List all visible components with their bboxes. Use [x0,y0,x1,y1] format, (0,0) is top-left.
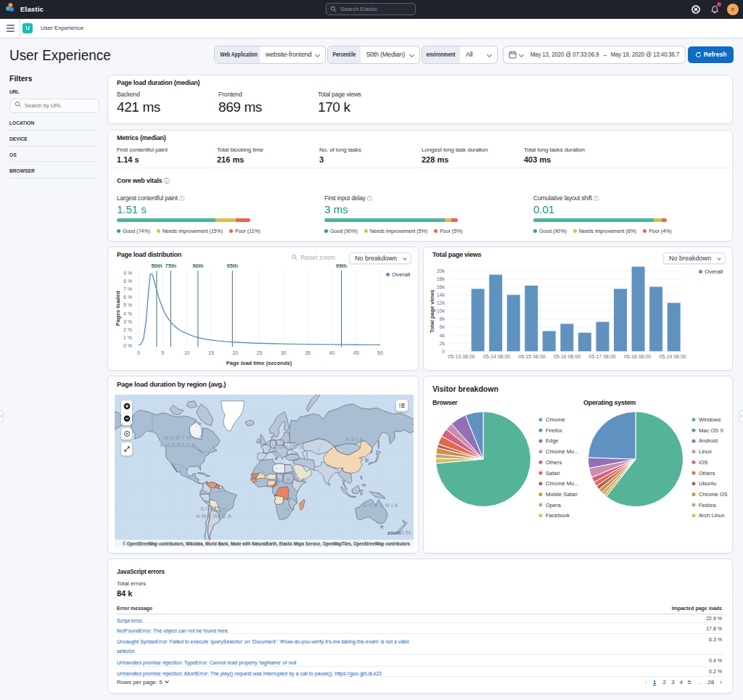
svg-text:16k: 16k [437,284,446,289]
svg-text:05-14 08:00: 05-14 08:00 [483,354,510,359]
svg-text:OCEANIA: OCEANIA [363,502,400,508]
svg-text:AMERICA: AMERICA [160,442,197,448]
svg-text:18k: 18k [437,276,446,281]
svg-text:5: 5 [161,350,164,355]
svg-text:4 %: 4 % [123,311,132,316]
svg-text:20: 20 [232,350,238,355]
svg-text:Facebook: Facebook [546,512,570,519]
svg-text:Windows: Windows [699,416,721,423]
svg-text:45: 45 [353,350,359,355]
svg-text:Chrome Mo...: Chrome Mo... [546,480,578,487]
svg-text:05-15 08:00: 05-15 08:00 [518,354,545,359]
svg-text:95th: 95th [227,263,239,269]
svg-text:30: 30 [281,350,287,355]
svg-text:SOUTH: SOUTH [200,506,228,512]
svg-text:iOS: iOS [699,459,708,466]
svg-text:05-18 08:00: 05-18 08:00 [624,354,651,359]
svg-text:Chrome: Chrome [546,416,565,423]
svg-text:40: 40 [329,350,335,355]
svg-text:99th: 99th [336,263,348,269]
svg-text:05-17 08:00: 05-17 08:00 [588,354,615,359]
svg-text:AFRICA: AFRICA [276,477,306,483]
svg-text:Ubuntu: Ubuntu [699,480,716,487]
svg-text:Edge: Edge [546,437,559,444]
svg-text:35: 35 [305,350,311,355]
svg-text:25: 25 [257,350,263,355]
svg-text:0.55: 0.55 [401,530,411,535]
svg-text:10k: 10k [437,308,446,313]
svg-text:0: 0 [137,350,140,355]
svg-text:Android: Android [699,437,718,444]
svg-text:Others: Others [546,459,562,466]
svg-text:Firefox: Firefox [546,427,562,434]
svg-text:NORTH: NORTH [164,435,192,441]
svg-text:6 %: 6 % [123,295,132,300]
svg-text:3 %: 3 % [123,319,132,324]
svg-text:0: 0 [442,349,445,354]
svg-text:Total page views: Total page views [429,289,435,332]
svg-text:Chrome OS: Chrome OS [699,491,728,498]
svg-text:6k: 6k [440,324,446,329]
svg-text:© OpenStreetMap contributors,: © OpenStreetMap contributors, Wikidata, … [123,541,410,547]
svg-text:Fedora: Fedora [699,502,717,508]
svg-text:10: 10 [184,350,190,355]
svg-text:Pages loaded: Pages loaded [115,290,121,326]
svg-text:1 %: 1 % [123,335,132,340]
svg-text:0 %: 0 % [123,343,132,348]
svg-text:05-13 08:00: 05-13 08:00 [448,354,475,359]
svg-text:Page load time (seconds): Page load time (seconds) [226,360,292,366]
svg-text:4k: 4k [440,333,446,338]
svg-text:Mobile Safari: Mobile Safari [546,491,578,498]
svg-text:Chrome Mo...: Chrome Mo... [546,448,578,455]
svg-text:Safari: Safari [546,470,560,477]
svg-text:14k: 14k [437,292,446,297]
svg-text:20k: 20k [437,268,446,273]
svg-text:EUROPE: EUROPE [274,445,305,450]
svg-text:8k: 8k [440,316,446,321]
svg-text:15: 15 [208,350,214,355]
svg-text:7 %: 7 % [123,287,132,292]
svg-text:Mac OS X: Mac OS X [699,427,723,434]
svg-text:75th: 75th [165,263,177,269]
svg-text:2k: 2k [440,341,446,346]
svg-text:2 %: 2 % [123,327,132,332]
svg-text:05-19 08:00: 05-19 08:00 [659,354,686,359]
svg-text:zoom: zoom [387,530,401,535]
svg-text:50: 50 [377,350,383,355]
svg-text:5 %: 5 % [123,302,132,308]
svg-text:50th: 50th [151,263,163,269]
svg-text:Others: Others [699,470,715,477]
svg-text:12k: 12k [437,300,446,305]
svg-text:AMERICA: AMERICA [196,513,233,519]
svg-text:Arch Linux: Arch Linux [699,512,725,519]
svg-text:ASIA: ASIA [345,436,365,442]
svg-text:05-16 08:00: 05-16 08:00 [554,354,580,359]
svg-text:9 %: 9 % [123,271,132,276]
svg-text:Linux: Linux [699,448,712,455]
svg-text:90th: 90th [192,263,204,269]
svg-text:Opera: Opera [546,502,562,508]
svg-text:8 %: 8 % [123,279,132,284]
